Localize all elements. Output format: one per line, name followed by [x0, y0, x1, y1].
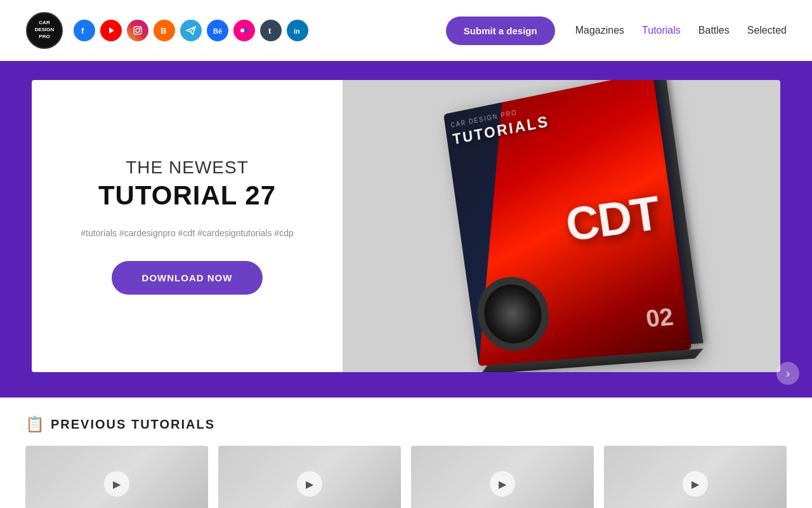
svg-point-7: [136, 29, 140, 32]
youtube-icon[interactable]: [100, 20, 122, 41]
card-inner: ▶: [25, 446, 208, 508]
previous-tutorials-header: 📋 PREVIOUS TUTORIALS: [25, 415, 787, 433]
blogger-icon[interactable]: B: [154, 20, 175, 41]
svg-point-14: [244, 29, 248, 32]
dvd-number: 02: [645, 303, 676, 333]
svg-point-13: [240, 29, 244, 32]
telegram-icon[interactable]: [180, 20, 202, 41]
hero-title: TUTORIAL 27: [98, 180, 276, 211]
svg-text:PRO: PRO: [39, 34, 49, 39]
play-icon: ▶: [104, 471, 129, 497]
svg-text:in: in: [294, 27, 300, 35]
flickr-icon[interactable]: [233, 20, 255, 41]
nav-magazines[interactable]: Magazines: [575, 25, 624, 36]
behance-icon[interactable]: Bē: [207, 20, 228, 41]
tumblr-icon[interactable]: t: [260, 20, 282, 41]
linkedin-icon[interactable]: in: [287, 20, 308, 41]
play-icon: ▶: [297, 471, 322, 497]
nav-links: Magazines Tutorials Battles Selected: [575, 25, 787, 36]
social-icons: f B Bē t in: [74, 20, 308, 41]
hero-subtitle: THE NEWEST: [126, 157, 249, 178]
list-item[interactable]: ▶: [604, 446, 787, 508]
play-icon: ▶: [490, 471, 515, 497]
svg-marker-5: [109, 27, 114, 34]
instagram-icon[interactable]: [127, 20, 148, 41]
svg-text:t: t: [268, 26, 272, 36]
hero-inner: THE NEWEST TUTORIAL 27 #tutorials #carde…: [32, 80, 780, 372]
scroll-indicator[interactable]: ›: [776, 362, 799, 385]
logo[interactable]: CAR DESIGN PRO: [25, 11, 63, 50]
card-inner: ▶: [604, 446, 787, 508]
previous-tutorials-icon: 📋: [25, 415, 44, 433]
svg-text:f: f: [81, 26, 84, 36]
card-inner: ▶: [411, 446, 594, 508]
header-right: Submit a design Magazines Tutorials Batt…: [446, 17, 787, 45]
previous-tutorials-section: 📋 PREVIOUS TUTORIALS ▶ ▶ ▶ ▶: [0, 398, 812, 508]
facebook-icon[interactable]: f: [74, 20, 95, 41]
play-icon: ▶: [683, 471, 708, 497]
dvd-mockup: CAR DESIGN PRO TUTORIALS CDT 02: [443, 80, 691, 366]
previous-tutorials-cards: ▶ ▶ ▶ ▶: [25, 446, 787, 508]
nav-tutorials[interactable]: Tutorials: [642, 25, 681, 36]
card-inner: ▶: [218, 446, 401, 508]
download-now-button[interactable]: DOWNLOAD NOW: [112, 261, 263, 295]
svg-text:Bē: Bē: [213, 27, 222, 35]
hero-section: THE NEWEST TUTORIAL 27 #tutorials #carde…: [0, 61, 812, 398]
previous-tutorials-title: PREVIOUS TUTORIALS: [51, 417, 215, 432]
header: CAR DESIGN PRO f B Bē: [0, 0, 812, 61]
hero-left: THE NEWEST TUTORIAL 27 #tutorials #carde…: [32, 80, 343, 372]
list-item[interactable]: ▶: [25, 446, 208, 508]
nav-selected[interactable]: Selected: [747, 25, 787, 36]
submit-design-button[interactable]: Submit a design: [446, 17, 555, 45]
hero-tags: #tutorials #cardesignpro #cdt #cardesign…: [81, 226, 293, 241]
nav-battles[interactable]: Battles: [698, 25, 730, 36]
dvd-cover: CAR DESIGN PRO TUTORIALS CDT 02: [443, 80, 691, 366]
svg-point-8: [140, 27, 141, 29]
svg-text:CAR: CAR: [39, 20, 50, 25]
hero-right: CAR DESIGN PRO TUTORIALS CDT 02: [343, 80, 780, 372]
list-item[interactable]: ▶: [218, 446, 401, 508]
svg-text:B: B: [160, 26, 166, 36]
header-left: CAR DESIGN PRO f B Bē: [25, 11, 308, 50]
list-item[interactable]: ▶: [411, 446, 594, 508]
svg-text:DESIGN: DESIGN: [35, 27, 55, 32]
